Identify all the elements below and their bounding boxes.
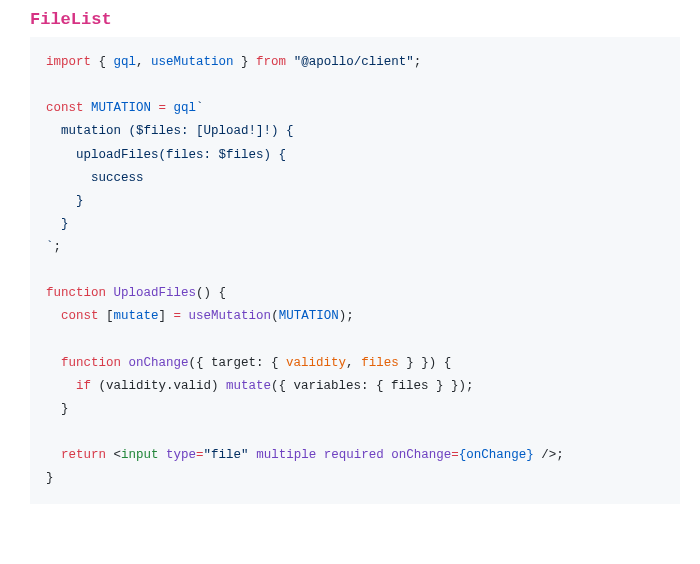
code-token: gql [114,55,137,69]
code-token: mutate [114,309,159,323]
code-token: () { [196,286,226,300]
code-token: (validity.valid) [91,379,226,393]
code-token: gql [174,101,197,115]
code-token: ); [339,309,354,323]
code-token: MUTATION [279,309,339,323]
code-token: useMutation [189,309,272,323]
code-token [159,448,167,462]
code-token: mutate [226,379,271,393]
code-token: from [256,55,286,69]
code-token: ] [159,309,174,323]
code-token: input [121,448,159,462]
code-token [46,356,61,370]
code-token: required [324,448,384,462]
code-token: type [166,448,196,462]
code-token [316,448,324,462]
document-root: FileList import { gql, useMutation } fro… [0,0,700,524]
code-token: = [174,309,182,323]
code-token: function [46,286,106,300]
code-token: ({ variables: { files } }); [271,379,474,393]
code-token: import [46,55,91,69]
code-token: />; [534,448,564,462]
code-token: "file" [204,448,249,462]
code-token: ; [54,240,62,254]
code-token [249,448,257,462]
code-token: MUTATION [91,101,151,115]
code-token [46,309,61,323]
code-token: onChange [391,448,451,462]
code-token: , [136,55,151,69]
code-token: success [46,171,144,185]
code-token: multiple [256,448,316,462]
code-token: onChange [129,356,189,370]
code-token [46,379,76,393]
code-token: const [46,101,84,115]
code-token: ({ target: { [189,356,287,370]
code-token: } [234,55,257,69]
code-token: = [159,101,167,115]
code-token: function [61,356,121,370]
code-token: ( [271,309,279,323]
code-token: if [76,379,91,393]
code-token: "@apollo/client" [294,55,414,69]
section-title: FileList [30,10,680,29]
code-token: } [46,471,54,485]
code-token: files [361,356,399,370]
code-token [151,101,159,115]
code-token: return [61,448,106,462]
code-token: ; [414,55,422,69]
code-token [286,55,294,69]
code-token: } }) { [399,356,452,370]
code-token: const [61,309,99,323]
code-token: UploadFiles [114,286,197,300]
code-token: } [46,402,69,416]
code-token: , [346,356,361,370]
code-token: { [91,55,114,69]
code-token [121,356,129,370]
code-token: < [106,448,121,462]
code-token [46,448,61,462]
code-token: ` [46,240,54,254]
code-token: [ [99,309,114,323]
code-token: validity [286,356,346,370]
code-token: {onChange} [459,448,534,462]
code-token [106,286,114,300]
code-token: uploadFiles(files: $files) { [46,148,286,162]
code-token [84,101,92,115]
code-token: useMutation [151,55,234,69]
code-token: = [451,448,459,462]
code-token [166,101,174,115]
code-token: ` [196,101,204,115]
code-block: import { gql, useMutation } from "@apoll… [30,37,680,504]
code-token: } [46,217,69,231]
code-token: = [196,448,204,462]
code-token: } [46,194,84,208]
code-token [181,309,189,323]
code-token: mutation ($files: [Upload!]!) { [46,124,294,138]
